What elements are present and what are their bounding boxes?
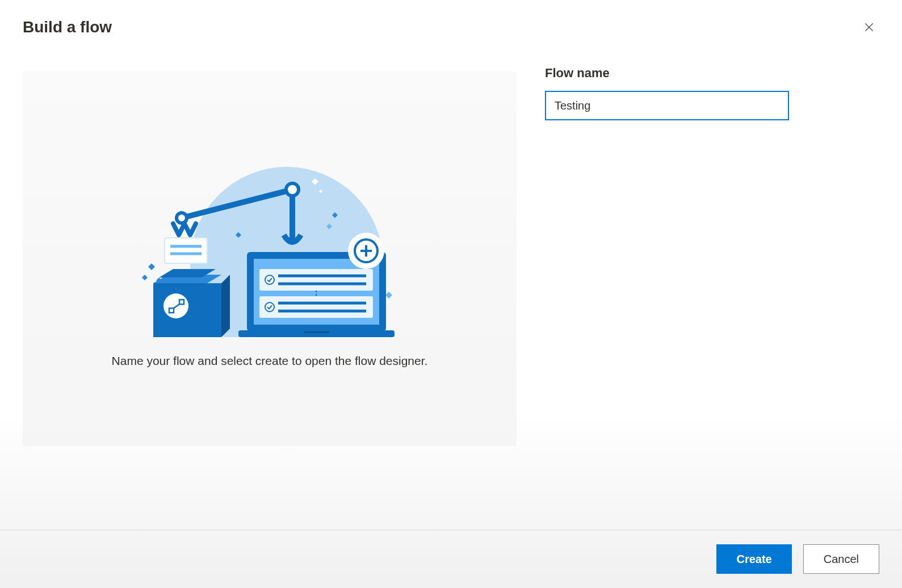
svg-rect-17 — [259, 269, 373, 291]
instruction-text: Name your flow and select create to open… — [112, 354, 428, 368]
svg-point-3 — [286, 183, 299, 196]
dialog-title: Build a flow — [23, 18, 112, 36]
svg-rect-21 — [259, 296, 373, 318]
flow-illustration — [128, 150, 412, 337]
svg-rect-14 — [304, 331, 329, 333]
illustration-panel: Name your flow and select create to open… — [23, 72, 517, 446]
cancel-button[interactable]: Cancel — [803, 544, 879, 574]
close-icon — [863, 22, 875, 33]
svg-point-18 — [265, 275, 274, 284]
build-flow-dialog: Build a flow — [0, 0, 902, 588]
form-panel: Flow name — [545, 49, 879, 530]
flow-name-label: Flow name — [545, 66, 879, 81]
dialog-header: Build a flow — [0, 0, 902, 49]
create-button[interactable]: Create — [716, 544, 791, 574]
flow-name-input[interactable] — [545, 91, 789, 120]
close-button[interactable] — [859, 17, 879, 37]
svg-rect-5 — [165, 238, 207, 263]
svg-point-22 — [265, 303, 274, 312]
dialog-content: Name your flow and select create to open… — [0, 49, 902, 530]
dialog-footer: Create Cancel — [0, 530, 902, 588]
